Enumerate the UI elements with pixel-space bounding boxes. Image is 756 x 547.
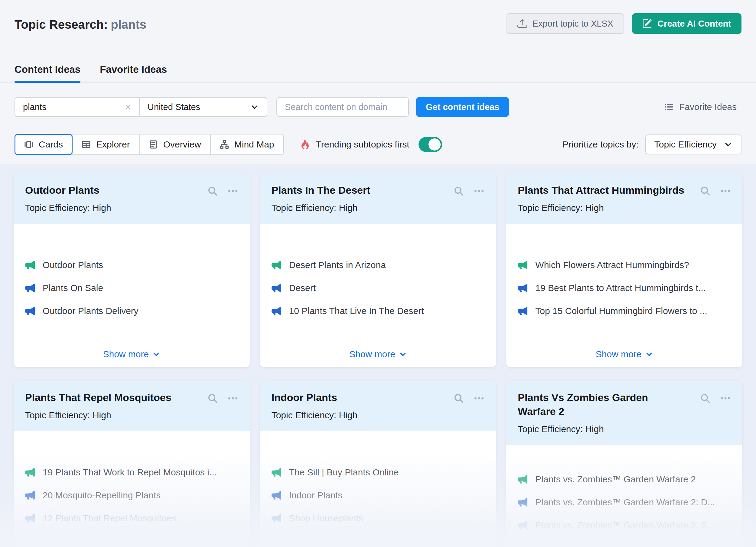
subtopic-item-label: Which Flowers Attract Hummingbirds?: [535, 260, 689, 270]
favorite-ideas-link[interactable]: Favorite Ideas: [664, 102, 737, 112]
card-body: 19 Plants That Work to Repel Mosquitos i…: [14, 431, 250, 547]
country-select[interactable]: United States: [140, 98, 267, 116]
topic-efficiency: Topic Efficiency: High: [518, 203, 731, 213]
chevron-down-icon: [645, 350, 653, 358]
search-icon[interactable]: [454, 393, 464, 403]
card-body: Plants vs. Zombies™ Garden Warfare 2 Pla…: [506, 445, 742, 547]
topic-card-plants-in-the-desert: Plants In The Desert Topic Efficiency: H…: [260, 173, 496, 367]
header-actions: Export topic to XLSX Create AI Content: [507, 13, 741, 34]
subtopic-item: Plants vs. Zombies™ Garden Warfare 2: S.…: [518, 520, 731, 530]
tabs: Content Ideas Favorite Ideas: [15, 64, 741, 83]
cards-icon: [24, 140, 33, 149]
view-explorer-button[interactable]: Explorer: [73, 135, 140, 155]
page-title-prefix: Topic Research:: [15, 18, 108, 31]
card-title: Outdoor Plants: [25, 184, 99, 197]
trending-subtopics-control: Trending subtopics first: [300, 137, 442, 152]
export-xlsx-button[interactable]: Export topic to XLSX: [507, 13, 624, 34]
subtopic-item-label: The Sill | Buy Plants Online: [289, 467, 399, 477]
topic-query-group: United States: [15, 97, 267, 117]
show-more-link[interactable]: Show more: [103, 349, 160, 359]
chevron-down-icon: [399, 350, 407, 358]
ellipsis-icon[interactable]: [474, 186, 484, 196]
topic-card-outdoor-plants: Outdoor Plants Topic Efficiency: High: [14, 173, 250, 367]
subtopic-item-label: 12 Plants That Repel Mosquitoes: [43, 513, 176, 523]
card-body: Desert Plants in Arizona Desert 10 Plant…: [260, 224, 496, 367]
tab-favorite-ideas[interactable]: Favorite Ideas: [100, 64, 167, 83]
ellipsis-icon[interactable]: [720, 393, 731, 403]
view-cards-button[interactable]: Cards: [15, 135, 73, 155]
topic-card-indoor-plants: Indoor Plants Topic Efficiency: High: [260, 380, 496, 547]
ellipsis-icon[interactable]: [227, 393, 238, 403]
subtopic-item-label: Top 15 Colorful Hummingbird Flowers to .…: [535, 306, 707, 316]
table-icon: [82, 140, 91, 149]
card-title: Indoor Plants: [272, 391, 337, 405]
export-xlsx-label: Export topic to XLSX: [533, 19, 614, 29]
view-mind-map-label: Mind Map: [234, 139, 274, 150]
view-overview-label: Overview: [163, 139, 201, 150]
chevron-down-icon: [250, 103, 259, 111]
create-ai-content-button[interactable]: Create AI Content: [632, 13, 741, 34]
subtopic-item-label: Plants On Sale: [43, 283, 103, 293]
show-more-label: Show more: [103, 349, 149, 359]
top-bar: Topic Research:plants Export topic to XL…: [0, 0, 756, 155]
topic-card-plants-that-attract-hummingbirds: Plants That Attract Hummingbirds Topic E…: [506, 173, 742, 367]
topic-query-field[interactable]: [15, 98, 139, 116]
subtopic-item-label: Desert: [289, 283, 316, 293]
subtopic-item-label: 19 Best Plants to Attract Hummingbirds t…: [535, 283, 706, 293]
topic-efficiency: Topic Efficiency: High: [272, 203, 485, 213]
ellipsis-icon[interactable]: [720, 186, 731, 196]
card-header: Plants That Repel Mosquitoes Topic Effic…: [14, 380, 250, 431]
view-toolbar: Cards Explorer Overview: [15, 134, 741, 155]
tab-content-ideas[interactable]: Content Ideas: [15, 64, 80, 83]
card-title: Plants Vs Zombies Garden Warfare 2: [518, 391, 687, 418]
topic-card-plants-that-repel-mosquitoes: Plants That Repel Mosquitoes Topic Effic…: [14, 380, 250, 547]
search-icon[interactable]: [700, 393, 710, 403]
subtopic-item: The Sill | Buy Plants Online: [272, 467, 485, 477]
topic-efficiency: Topic Efficiency: High: [272, 410, 485, 420]
view-switcher: Cards Explorer Overview: [15, 134, 284, 155]
trending-subtopics-label: Trending subtopics first: [316, 139, 409, 150]
view-explorer-label: Explorer: [96, 139, 130, 150]
ellipsis-icon[interactable]: [474, 393, 484, 403]
search-icon[interactable]: [700, 186, 710, 196]
search-icon[interactable]: [454, 186, 464, 196]
get-content-ideas-button[interactable]: Get content ideas: [416, 97, 509, 117]
subtopic-item-label: Indoor Plants: [289, 490, 343, 500]
card-body: Which Flowers Attract Hummingbirds? 19 B…: [506, 224, 742, 367]
domain-search-input[interactable]: [276, 97, 409, 117]
close-icon[interactable]: [124, 103, 132, 111]
pencil-square-icon: [642, 19, 652, 28]
subtopic-item: 19 Plants That Work to Repel Mosquitos i…: [25, 467, 238, 477]
page-title-query: plants: [111, 18, 146, 31]
favorite-ideas-label: Favorite Ideas: [679, 102, 737, 112]
search-icon[interactable]: [207, 186, 218, 196]
show-more-link[interactable]: Show more: [596, 349, 653, 359]
topic-query-input[interactable]: [22, 102, 120, 112]
subtopic-item: Plants On Sale: [25, 283, 238, 293]
card-header: Plants Vs Zombies Garden Warfare 2 Topic…: [506, 380, 742, 445]
create-ai-content-label: Create AI Content: [657, 19, 731, 29]
show-more-label: Show more: [349, 349, 395, 359]
card-title: Plants That Attract Hummingbirds: [518, 184, 684, 197]
trending-subtopics-toggle[interactable]: [419, 137, 442, 152]
search-icon[interactable]: [207, 393, 218, 403]
topic-research-page: { "header": { "title_prefix": "Topic Res…: [0, 0, 756, 547]
topic-efficiency: Topic Efficiency: High: [518, 424, 731, 434]
card-header: Indoor Plants Topic Efficiency: High: [260, 380, 496, 431]
ellipsis-icon[interactable]: [227, 186, 238, 196]
page-title: Topic Research:plants: [15, 18, 146, 31]
card-header: Plants That Attract Hummingbirds Topic E…: [506, 173, 742, 224]
prioritize-select[interactable]: Topic Efficiency: [645, 135, 741, 155]
subtopic-item-label: Plants vs. Zombies™ Garden Warfare 2: D.…: [535, 497, 715, 507]
filter-row: United States Get content ideas Favorite…: [15, 97, 741, 117]
subtopic-item: Desert: [272, 283, 485, 293]
view-overview-button[interactable]: Overview: [140, 135, 211, 155]
view-mind-map-button[interactable]: Mind Map: [211, 135, 283, 155]
subtopic-item: Plants vs. Zombies™ Garden Warfare 2: [518, 474, 731, 484]
view-cards-label: Cards: [39, 139, 63, 150]
subtopic-item: Outdoor Plants Delivery: [25, 306, 238, 316]
subtopic-item: Top 15 Colorful Hummingbird Flowers to .…: [518, 306, 731, 316]
subtopic-item: 20 Mosquito-Repelling Plants: [25, 490, 238, 500]
show-more-link[interactable]: Show more: [349, 349, 407, 359]
subtopic-item: Indoor Plants: [272, 490, 485, 500]
